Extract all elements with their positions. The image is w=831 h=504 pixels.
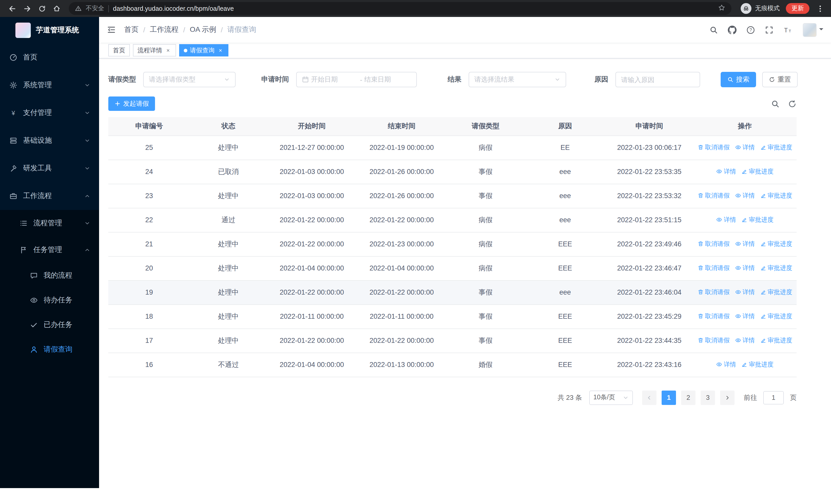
result-select[interactable]: 请选择流结果	[469, 72, 566, 87]
approval-progress-link[interactable]: 审批进度	[741, 215, 774, 224]
eye-icon	[735, 193, 741, 199]
sidebar-item-home[interactable]: 首页	[0, 43, 99, 71]
sidebar-collapse-button[interactable]	[107, 25, 116, 34]
action-label: 详情	[724, 167, 736, 176]
reset-button[interactable]: 重置	[762, 72, 798, 87]
back-button[interactable]	[5, 2, 19, 16]
cell-leave-type: 婚假	[447, 353, 524, 377]
detail-link[interactable]: 详情	[716, 360, 736, 369]
sidebar-item-todo-tasks[interactable]: 待办任务	[0, 288, 99, 313]
approval-progress-link[interactable]: 审批进度	[760, 143, 792, 152]
approval-progress-link[interactable]: 审批进度	[760, 191, 792, 200]
cancel-leave-link[interactable]: 取消请假	[697, 264, 729, 272]
eye-icon	[735, 145, 741, 151]
sidebar-item-dev-tools[interactable]: 研发工具	[0, 154, 99, 182]
goto-page-input[interactable]	[763, 391, 784, 404]
page-button-3[interactable]: 3	[700, 390, 715, 405]
browser-update-button[interactable]: 更新	[786, 3, 809, 14]
detail-link[interactable]: 详情	[716, 215, 736, 224]
cell-status: 处理中	[190, 304, 267, 328]
detail-link[interactable]: 详情	[716, 167, 736, 176]
breadcrumb-item[interactable]: 工作流程	[150, 25, 179, 34]
approval-progress-link[interactable]: 审批进度	[760, 312, 792, 321]
cancel-leave-link[interactable]: 取消请假	[697, 240, 729, 248]
fullscreen-button[interactable]	[765, 25, 774, 34]
cancel-leave-link[interactable]: 取消请假	[697, 191, 729, 200]
detail-link[interactable]: 详情	[735, 264, 755, 272]
close-icon[interactable]: ×	[165, 47, 171, 54]
tab-leave-query[interactable]: 请假查询 ×	[179, 44, 228, 56]
reason-input[interactable]	[615, 72, 700, 87]
page-size-select[interactable]: 10条/页	[589, 390, 633, 405]
bookmark-star-button[interactable]	[718, 4, 725, 13]
font-size-button[interactable]	[783, 25, 792, 34]
user-avatar-menu[interactable]	[803, 23, 823, 37]
incognito-profile-button[interactable]: 无痕模式	[741, 3, 780, 14]
toggle-search-button[interactable]	[771, 99, 780, 108]
approval-progress-link[interactable]: 审批进度	[741, 167, 774, 176]
approval-progress-link[interactable]: 审批进度	[760, 288, 792, 297]
reload-button[interactable]	[35, 2, 49, 16]
sidebar-item-infrastructure[interactable]: 基础设施	[0, 127, 99, 154]
sidebar-item-system[interactable]: 系统管理	[0, 71, 99, 99]
cancel-leave-link[interactable]: 取消请假	[697, 336, 729, 345]
help-button[interactable]	[746, 25, 755, 34]
approval-progress-link[interactable]: 审批进度	[741, 360, 774, 369]
security-warning-label: 不安全	[86, 4, 104, 13]
cell-end-time: 2022-01-04 00:00:00	[357, 256, 447, 280]
detail-link[interactable]: 详情	[735, 240, 755, 248]
header-search-button[interactable]	[709, 25, 718, 34]
close-icon[interactable]: ×	[217, 47, 224, 54]
page-button-1[interactable]: 1	[662, 390, 676, 405]
breadcrumb-item[interactable]: 首页	[124, 25, 139, 34]
browser-menu-button[interactable]	[814, 3, 826, 14]
apply-time-range-picker[interactable]: 开始日期 - 结束日期	[296, 72, 417, 87]
sidebar-item-task-management[interactable]: 任务管理	[0, 237, 99, 263]
sidebar-item-process-management[interactable]: 流程管理	[0, 210, 99, 237]
reset-button-label: 重置	[778, 75, 791, 84]
security-warning-icon	[75, 5, 82, 12]
search-button[interactable]: 搜索	[721, 72, 756, 87]
approval-progress-link[interactable]: 审批进度	[760, 240, 792, 248]
cancel-leave-link[interactable]: 取消请假	[697, 312, 729, 321]
cell-status: 处理中	[190, 232, 267, 256]
sidebar-item-workflow[interactable]: 工作流程	[0, 182, 99, 210]
gear-icon	[9, 81, 18, 89]
pen-icon	[760, 193, 766, 199]
page-button-2[interactable]: 2	[681, 390, 695, 405]
filter-form: 请假类型 请选择请假类型 申请时间 开始日期 - 结束日期 结果 请选择流	[108, 72, 822, 87]
address-bar[interactable]: 不安全 dashboard.yudao.iocoder.cn/bpm/oa/le…	[69, 2, 732, 15]
cancel-leave-link[interactable]: 取消请假	[697, 288, 729, 297]
detail-link[interactable]: 详情	[735, 336, 755, 345]
home-button[interactable]	[50, 2, 64, 16]
app-logo[interactable]: 芋道管理系统	[0, 17, 99, 43]
leave-type-select[interactable]: 请选择请假类型	[143, 72, 236, 87]
create-leave-button[interactable]: 发起请假	[108, 96, 155, 111]
action-label: 详情	[742, 240, 755, 248]
sidebar-item-payment[interactable]: 支付管理	[0, 99, 99, 127]
sidebar-item-done-tasks[interactable]: 已办任务	[0, 313, 99, 337]
sidebar-item-leave-query[interactable]: 请假查询	[0, 337, 99, 362]
chat-icon	[30, 271, 38, 280]
star-icon	[718, 4, 725, 11]
prev-page-button[interactable]	[642, 390, 657, 405]
cell-reason: eee	[524, 159, 606, 184]
table-row: 18 处理中 2022-01-11 00:00:00 2022-01-11 00…	[108, 304, 797, 328]
next-page-button[interactable]	[720, 390, 735, 405]
tab-home[interactable]: 首页	[108, 44, 130, 56]
refresh-table-button[interactable]	[788, 99, 797, 108]
detail-link[interactable]: 详情	[735, 288, 755, 297]
sidebar-item-my-processes[interactable]: 我的流程	[0, 263, 99, 288]
app-shell: 芋道管理系统 首页 系统管理 支付管理 基础设施	[0, 17, 831, 504]
cancel-leave-link[interactable]: 取消请假	[697, 143, 729, 152]
detail-link[interactable]: 详情	[735, 312, 755, 321]
approval-progress-link[interactable]: 审批进度	[760, 336, 792, 345]
github-link[interactable]	[728, 25, 737, 34]
breadcrumb-item[interactable]: OA 示例	[190, 25, 216, 34]
detail-link[interactable]: 详情	[735, 191, 755, 200]
forward-button[interactable]	[20, 2, 34, 16]
tab-process-detail[interactable]: 流程详情 ×	[133, 44, 176, 56]
column-header: 原因	[524, 117, 606, 136]
detail-link[interactable]: 详情	[735, 143, 755, 152]
approval-progress-link[interactable]: 审批进度	[760, 264, 792, 272]
